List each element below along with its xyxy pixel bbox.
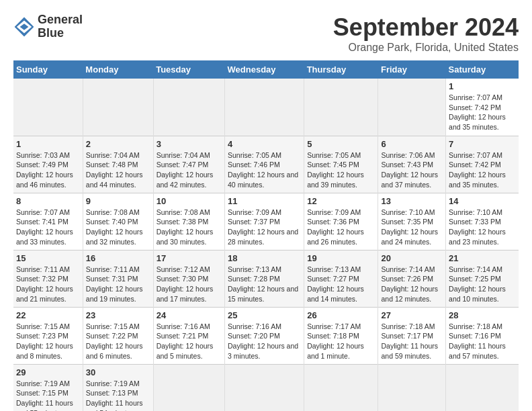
day-number: 26	[307, 310, 375, 320]
day-info: Sunrise: 7:19 AMSunset: 7:15 PMDaylight:…	[16, 379, 80, 412]
day-info: Sunrise: 7:15 AMSunset: 7:22 PMDaylight:…	[86, 322, 150, 361]
calendar-cell: 13Sunrise: 7:10 AMSunset: 7:35 PMDayligh…	[378, 193, 446, 250]
day-number: 6	[381, 139, 443, 149]
calendar-cell	[225, 364, 304, 411]
day-number: 7	[449, 139, 516, 149]
day-number: 9	[86, 196, 150, 206]
day-number: 19	[307, 253, 375, 263]
day-info: Sunrise: 7:16 AMSunset: 7:21 PMDaylight:…	[157, 322, 222, 361]
day-info: Sunrise: 7:10 AMSunset: 7:33 PMDaylight:…	[449, 208, 516, 247]
calendar-cell	[153, 364, 224, 411]
header-tuesday: Tuesday	[153, 60, 224, 79]
calendar-cell: 12Sunrise: 7:09 AMSunset: 7:36 PMDayligh…	[304, 193, 378, 250]
logo-text: General Blue	[38, 13, 83, 40]
calendar-cell: 27Sunrise: 7:18 AMSunset: 7:17 PMDayligh…	[378, 307, 446, 364]
day-number: 12	[307, 196, 375, 206]
calendar-cell: 11Sunrise: 7:09 AMSunset: 7:37 PMDayligh…	[225, 193, 304, 250]
day-info: Sunrise: 7:13 AMSunset: 7:27 PMDaylight:…	[307, 265, 375, 304]
day-info: Sunrise: 7:16 AMSunset: 7:20 PMDaylight:…	[228, 322, 301, 361]
calendar-cell: 28Sunrise: 7:18 AMSunset: 7:16 PMDayligh…	[446, 307, 519, 364]
day-number: 22	[16, 310, 80, 320]
day-number: 24	[157, 310, 222, 320]
day-number: 11	[228, 196, 301, 206]
calendar-cell: 9Sunrise: 7:08 AMSunset: 7:40 PMDaylight…	[83, 193, 153, 250]
day-number: 8	[16, 196, 80, 206]
calendar-table: SundayMondayTuesdayWednesdayThursdayFrid…	[13, 60, 519, 411]
calendar-cell	[83, 79, 153, 136]
calendar-cell	[304, 79, 378, 136]
day-info: Sunrise: 7:06 AMSunset: 7:43 PMDaylight:…	[381, 150, 443, 190]
week-row-4: 15Sunrise: 7:11 AMSunset: 7:32 PMDayligh…	[13, 250, 519, 307]
calendar-cell: 18Sunrise: 7:13 AMSunset: 7:28 PMDayligh…	[225, 250, 304, 307]
calendar-cell	[153, 79, 224, 136]
calendar-cell	[446, 364, 519, 411]
header-wednesday: Wednesday	[225, 60, 304, 79]
day-number: 13	[381, 196, 443, 206]
day-number: 14	[449, 196, 516, 206]
day-info: Sunrise: 7:17 AMSunset: 7:18 PMDaylight:…	[307, 322, 375, 361]
day-info: Sunrise: 7:03 AMSunset: 7:49 PMDaylight:…	[16, 150, 80, 190]
day-info: Sunrise: 7:05 AMSunset: 7:46 PMDaylight:…	[228, 150, 301, 190]
calendar-cell: 7Sunrise: 7:07 AMSunset: 7:42 PMDaylight…	[446, 136, 519, 193]
calendar-cell: 16Sunrise: 7:11 AMSunset: 7:31 PMDayligh…	[83, 250, 153, 307]
day-number: 30	[86, 367, 150, 377]
calendar-cell: 10Sunrise: 7:08 AMSunset: 7:38 PMDayligh…	[153, 193, 224, 250]
day-number: 20	[381, 253, 443, 263]
main-title: September 2024	[333, 13, 519, 42]
day-number: 5	[307, 139, 375, 149]
logo: General Blue	[13, 13, 83, 40]
header-sunday: Sunday	[13, 60, 83, 79]
day-number: 18	[228, 253, 301, 263]
day-number: 29	[16, 367, 80, 377]
day-info: Sunrise: 7:11 AMSunset: 7:31 PMDaylight:…	[86, 265, 150, 304]
calendar-cell: 24Sunrise: 7:16 AMSunset: 7:21 PMDayligh…	[153, 307, 224, 364]
day-info: Sunrise: 7:04 AMSunset: 7:48 PMDaylight:…	[86, 150, 150, 190]
day-number: 21	[449, 253, 516, 263]
day-number: 27	[381, 310, 443, 320]
subtitle: Orange Park, Florida, United States	[333, 42, 519, 54]
day-number: 3	[157, 139, 222, 149]
day-info: Sunrise: 7:10 AMSunset: 7:35 PMDaylight:…	[381, 208, 443, 247]
week-row-3: 8Sunrise: 7:07 AMSunset: 7:41 PMDaylight…	[13, 193, 519, 250]
calendar-cell: 3Sunrise: 7:04 AMSunset: 7:47 PMDaylight…	[153, 136, 224, 193]
week-row-2: 1Sunrise: 7:03 AMSunset: 7:49 PMDaylight…	[13, 136, 519, 193]
week-row-1: 1Sunrise: 7:07 AMSunset: 7:42 PMDaylight…	[13, 79, 519, 136]
day-number: 2	[86, 139, 150, 149]
day-info: Sunrise: 7:04 AMSunset: 7:47 PMDaylight:…	[157, 150, 222, 190]
day-number: 4	[228, 139, 301, 149]
logo-icon	[13, 16, 35, 38]
header-friday: Friday	[378, 60, 446, 79]
calendar-cell: 19Sunrise: 7:13 AMSunset: 7:27 PMDayligh…	[304, 250, 378, 307]
calendar-cell: 23Sunrise: 7:15 AMSunset: 7:22 PMDayligh…	[83, 307, 153, 364]
day-number: 23	[86, 310, 150, 320]
calendar-cell: 15Sunrise: 7:11 AMSunset: 7:32 PMDayligh…	[13, 250, 83, 307]
calendar-cell: 14Sunrise: 7:10 AMSunset: 7:33 PMDayligh…	[446, 193, 519, 250]
day-info: Sunrise: 7:08 AMSunset: 7:38 PMDaylight:…	[157, 208, 222, 247]
week-row-6: 29Sunrise: 7:19 AMSunset: 7:15 PMDayligh…	[13, 364, 519, 411]
day-info: Sunrise: 7:09 AMSunset: 7:36 PMDaylight:…	[307, 208, 375, 247]
title-section: September 2024 Orange Park, Florida, Uni…	[333, 13, 519, 54]
day-info: Sunrise: 7:05 AMSunset: 7:45 PMDaylight:…	[307, 150, 375, 190]
calendar-header-row: SundayMondayTuesdayWednesdayThursdayFrid…	[13, 60, 519, 79]
day-info: Sunrise: 7:08 AMSunset: 7:40 PMDaylight:…	[86, 208, 150, 247]
day-info: Sunrise: 7:12 AMSunset: 7:30 PMDaylight:…	[157, 265, 222, 304]
calendar-cell: 29Sunrise: 7:19 AMSunset: 7:15 PMDayligh…	[13, 364, 83, 411]
day-number: 16	[86, 253, 150, 263]
day-info: Sunrise: 7:07 AMSunset: 7:42 PMDaylight:…	[449, 150, 516, 190]
day-number: 15	[16, 253, 80, 263]
day-number: 10	[157, 196, 222, 206]
calendar-cell: 22Sunrise: 7:15 AMSunset: 7:23 PMDayligh…	[13, 307, 83, 364]
calendar-cell: 1Sunrise: 7:03 AMSunset: 7:49 PMDaylight…	[13, 136, 83, 193]
day-info: Sunrise: 7:07 AMSunset: 7:41 PMDaylight:…	[16, 208, 80, 247]
calendar-cell: 30Sunrise: 7:19 AMSunset: 7:13 PMDayligh…	[83, 364, 153, 411]
calendar-cell: 26Sunrise: 7:17 AMSunset: 7:18 PMDayligh…	[304, 307, 378, 364]
calendar-cell: 17Sunrise: 7:12 AMSunset: 7:30 PMDayligh…	[153, 250, 224, 307]
day-info: Sunrise: 7:14 AMSunset: 7:25 PMDaylight:…	[449, 265, 516, 304]
day-number: 17	[157, 253, 222, 263]
week-row-5: 22Sunrise: 7:15 AMSunset: 7:23 PMDayligh…	[13, 307, 519, 364]
calendar-cell	[378, 364, 446, 411]
calendar-cell: 5Sunrise: 7:05 AMSunset: 7:45 PMDaylight…	[304, 136, 378, 193]
day-info: Sunrise: 7:18 AMSunset: 7:16 PMDaylight:…	[449, 322, 516, 361]
header-thursday: Thursday	[304, 60, 378, 79]
calendar-cell: 21Sunrise: 7:14 AMSunset: 7:25 PMDayligh…	[446, 250, 519, 307]
